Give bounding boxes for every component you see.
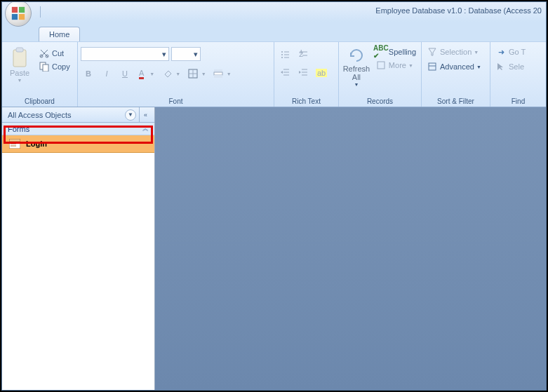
nav-dropdown-button[interactable]: ▼	[125, 109, 136, 121]
more-icon	[375, 60, 387, 71]
chevron-down-icon: ▼	[18, 78, 22, 83]
svg-point-18	[281, 54, 283, 55]
svg-point-16	[281, 51, 283, 53]
bold-button[interactable]: B	[81, 66, 96, 81]
indent-icon	[298, 68, 308, 78]
ribbon: Paste ▼ Cut Copy	[2, 41, 546, 107]
font-size-combo[interactable]: ▾	[171, 47, 201, 61]
group-sort-filter: Selection ▼ Advanced ▼ Sort & Filter	[422, 42, 490, 107]
records-group-label: Records	[342, 96, 418, 107]
font-family-combo[interactable]: ▾	[81, 47, 169, 61]
ribbon-tabs: Home	[39, 25, 546, 41]
qat-separator	[40, 6, 41, 18]
numbered-list-icon: 12	[298, 50, 308, 60]
nav-category-forms[interactable]: Forms ︽	[2, 123, 154, 135]
selection-label: Selection	[440, 48, 472, 56]
tab-home[interactable]: Home	[39, 27, 80, 41]
spellcheck-icon: ABC✔	[375, 46, 387, 58]
richtext-group-label: Rich Text	[277, 96, 335, 107]
nav-header-title: All Access Objects	[8, 111, 71, 119]
cut-label: Cut	[52, 49, 64, 58]
select-label: Sele	[509, 62, 524, 71]
svg-rect-15	[214, 75, 222, 78]
italic-button[interactable]: I	[99, 66, 114, 81]
nav-item-label: Login	[26, 140, 47, 148]
svg-rect-1	[19, 7, 25, 13]
clipboard-group-label: Clipboard	[5, 96, 74, 107]
bucket-icon	[163, 69, 172, 78]
group-richtext: 12 ab Rich Text	[274, 42, 339, 107]
more-button[interactable]: More ▼	[373, 59, 418, 72]
group-font: ▾ ▾ B I U A▼ ▼ ▼ ▼	[78, 42, 274, 107]
svg-rect-36	[9, 139, 20, 142]
goto-icon: ➜	[495, 46, 507, 58]
nav-item-login[interactable]: Login	[2, 135, 154, 153]
gridlines-button[interactable]: ▼	[186, 66, 208, 81]
svg-point-20	[281, 57, 283, 58]
document-area	[155, 107, 546, 390]
more-label: More	[389, 61, 406, 69]
nav-category-label: Forms	[8, 125, 29, 133]
sortfilter-group-label: Sort & Filter	[425, 96, 487, 107]
filter-selection-icon	[427, 46, 438, 58]
rows-icon	[213, 69, 223, 79]
svg-rect-33	[429, 63, 436, 70]
svg-text:2: 2	[299, 50, 303, 58]
copy-label: Copy	[52, 62, 70, 71]
svg-rect-2	[12, 14, 18, 20]
grid-icon	[188, 69, 198, 79]
group-records: Refresh All ▼ ABC✔ Spelling More ▼	[339, 42, 422, 107]
quick-access-toolbar	[40, 6, 41, 18]
paste-button[interactable]: Paste ▼	[5, 44, 34, 83]
select-button[interactable]: Sele	[493, 60, 526, 73]
chevron-down-icon: ▾	[192, 50, 200, 59]
group-clipboard: Paste ▼ Cut Copy	[2, 42, 78, 107]
highlight-button[interactable]: ab	[314, 65, 329, 81]
chevron-up-icon: ︽	[142, 124, 149, 133]
office-button[interactable]	[5, 1, 32, 27]
fill-color-button[interactable]: ▼	[161, 66, 183, 81]
clipboard-icon	[11, 47, 29, 68]
svg-rect-3	[19, 14, 25, 20]
advanced-filter-icon	[427, 61, 438, 72]
increase-indent-button[interactable]	[295, 65, 311, 81]
goto-button[interactable]: ➜ Go T	[493, 46, 528, 58]
title-bar: Employee Database v1.0 : Database (Acces…	[2, 2, 546, 22]
cut-button[interactable]: Cut	[36, 47, 72, 60]
refresh-label: Refresh All	[343, 65, 370, 81]
numbering-button[interactable]: 12	[295, 47, 311, 62]
spelling-label: Spelling	[389, 48, 416, 56]
app-window: Employee Database v1.0 : Database (Acces…	[1, 1, 547, 391]
navigation-pane: All Access Objects ▼ « Forms ︽ Login	[2, 107, 155, 390]
scissors-icon	[39, 48, 50, 59]
chevron-down-icon: ▼	[354, 82, 359, 87]
office-logo-icon	[11, 6, 26, 21]
advanced-button[interactable]: Advanced ▼	[425, 60, 483, 73]
decrease-indent-button[interactable]	[277, 65, 293, 81]
window-title: Employee Database v1.0 : Database (Acces…	[375, 6, 542, 15]
alt-row-color-button[interactable]: ▼	[211, 66, 234, 81]
svg-rect-4	[13, 50, 26, 67]
bullets-button[interactable]	[277, 47, 293, 62]
list-icon	[280, 50, 290, 60]
underline-button[interactable]: U	[117, 66, 133, 81]
refresh-all-button[interactable]: Refresh All ▼	[342, 44, 371, 87]
font-color-button[interactable]: A▼	[135, 66, 158, 81]
nav-collapse-button[interactable]: «	[139, 107, 152, 123]
svg-rect-32	[377, 62, 385, 69]
svg-rect-9	[43, 65, 48, 72]
svg-rect-0	[12, 7, 18, 13]
svg-rect-13	[214, 69, 222, 72]
selection-button[interactable]: Selection ▼	[425, 46, 481, 58]
advanced-label: Advanced	[440, 62, 474, 71]
copy-icon	[39, 61, 50, 72]
refresh-icon	[348, 47, 365, 64]
select-icon	[495, 61, 507, 72]
nav-pane-header[interactable]: All Access Objects ▼ «	[2, 107, 154, 123]
paste-label: Paste	[10, 69, 29, 77]
outdent-icon	[280, 68, 290, 78]
find-group-label: Find	[493, 96, 543, 107]
goto-label: Go T	[509, 48, 526, 56]
copy-button[interactable]: Copy	[36, 60, 72, 73]
spelling-button[interactable]: ABC✔ Spelling	[373, 46, 418, 58]
